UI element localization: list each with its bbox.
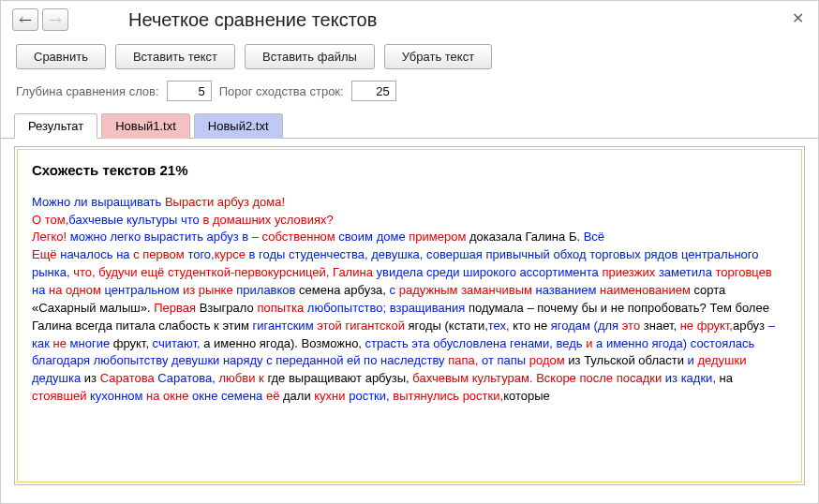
- insert-text-button[interactable]: Вставить текст: [115, 44, 235, 69]
- remove-text-button[interactable]: Убрать текст: [384, 44, 492, 69]
- depth-label: Глубина сравнения слов:: [16, 84, 159, 98]
- threshold-input[interactable]: [351, 81, 396, 101]
- threshold-label: Порог сходства строк:: [219, 84, 344, 98]
- similarity-heading: Схожесть текстов 21%: [32, 160, 787, 181]
- tab-file1[interactable]: Новый1.txt: [101, 113, 190, 139]
- window-title: Нечеткое сравнение текстов: [128, 9, 377, 31]
- forward-button[interactable]: 🡒: [42, 8, 68, 31]
- insert-files-button[interactable]: Вставить файлы: [245, 44, 375, 69]
- result-content: Схожесть текстов 21% Можно ли выращивать…: [19, 151, 800, 481]
- close-button[interactable]: ✕: [788, 8, 807, 27]
- depth-input[interactable]: [167, 81, 212, 101]
- tab-file2[interactable]: Новый2.txt: [194, 113, 283, 139]
- back-button[interactable]: 🡐: [12, 8, 38, 31]
- compare-button[interactable]: Сравнить: [16, 44, 106, 69]
- tab-result[interactable]: Результат: [14, 113, 97, 139]
- diff-text: Можно ли выращивать Вырасти арбуз дома!О…: [32, 194, 787, 406]
